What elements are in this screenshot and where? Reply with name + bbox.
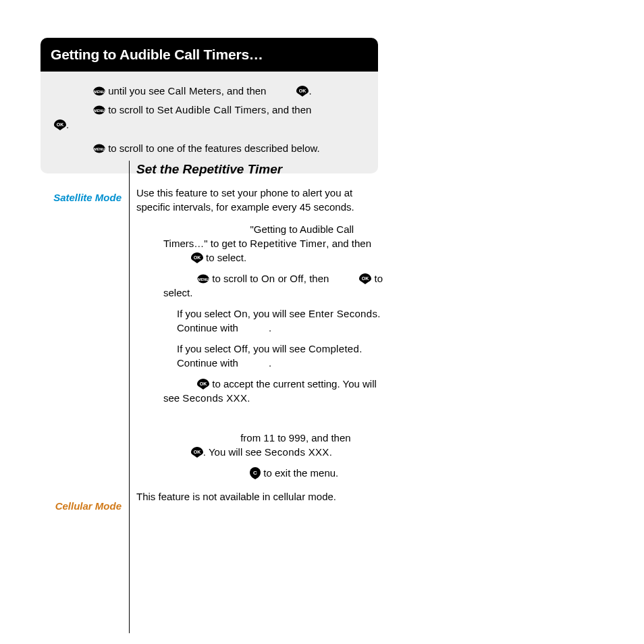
svg-text:MENU: MENU [94,90,105,94]
section-title: Set the Repetitive Timer [136,161,386,179]
svg-text:OK: OK [194,254,201,259]
step-5: C to exit the menu. [136,466,386,480]
instruction-card: Getting to Audible Call Timers… MENU unt… [41,38,378,173]
satellite-mode-label: Satellite Mode [41,192,122,203]
step-2-if-off: If you select Off, you will see Complete… [177,342,386,370]
svg-text:OK: OK [362,275,369,280]
svg-text:C: C [253,470,257,476]
ok-icon: OK [197,379,209,390]
menu-icon: MENU [93,86,105,96]
menu-icon: MENU [93,144,105,153]
card-title: Getting to Audible Call Timers… [41,38,378,72]
step-3-or [136,412,386,424]
step-3: OK to accept the current setting. You wi… [136,377,386,405]
step-2-if-on: If you select On, you will see Enter Sec… [177,306,386,335]
cellular-mode-label: Cellular Mode [41,500,122,512]
card-body: MENU until you see Call Meters, and then… [41,72,378,173]
ok-icon: OK [54,119,66,130]
card-line-2: MENU to scroll to Set Audible Call Timer… [93,103,365,132]
intro-paragraph: Use this feature to set your phone to al… [136,186,386,214]
step-1: Follow the steps in "Getting to Audible … [136,222,386,265]
step-4: from 11 to 999, and then press OK . You … [136,431,386,459]
ok-icon: OK [296,86,308,97]
card-line-1: MENU until you see Call Meters, and then… [93,84,365,99]
svg-text:OK: OK [200,381,207,385]
card-line-3: MENU to scroll to one of the features de… [93,141,365,156]
svg-text:MENU: MENU [198,277,209,281]
c-icon: C [250,467,261,479]
cellular-text: This feature is not available in cellula… [136,489,386,504]
ok-icon: OK [191,252,203,263]
menu-icon: MENU [197,274,209,284]
ok-icon: OK [191,447,203,458]
svg-text:OK: OK [299,88,306,93]
svg-text:MENU: MENU [94,108,105,112]
content-column: Set the Repetitive Timer Use this featur… [129,161,386,633]
menu-icon: MENU [93,105,105,115]
svg-text:OK: OK [57,122,64,126]
svg-text:MENU: MENU [94,147,105,151]
svg-text:OK: OK [194,449,201,454]
step-2: MENU to scroll to On or Off, then press … [136,271,386,300]
ok-icon: OK [359,273,371,284]
